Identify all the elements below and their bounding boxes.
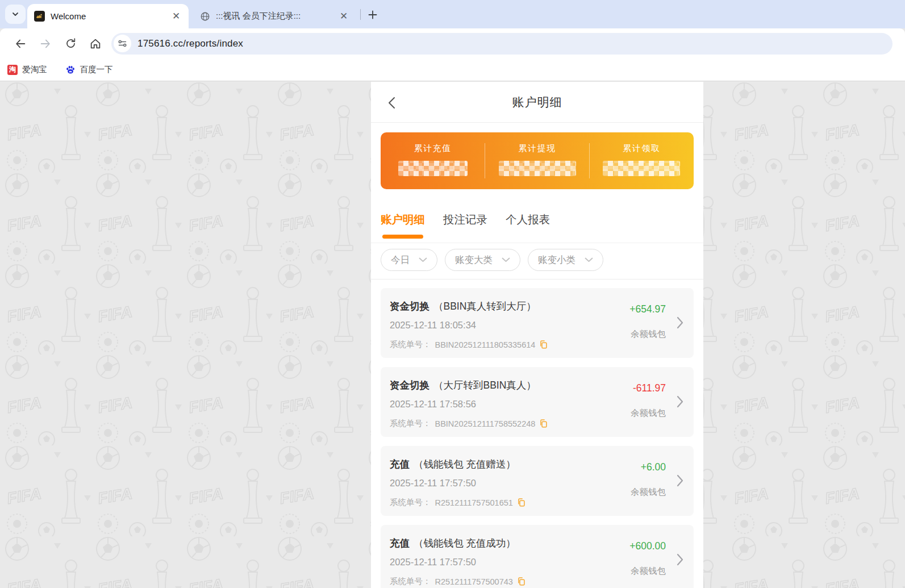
record-title: 充值（钱能钱包 充值赠送）: [390, 457, 516, 471]
chevron-right-icon: [677, 316, 683, 329]
record-datetime: 2025-12-11 17:58:56: [390, 399, 476, 410]
order-number: R2512111757500743: [435, 577, 513, 586]
record-amount: -611.97: [633, 382, 666, 394]
bookmark-label: 百度一下: [80, 64, 113, 75]
record-datetime: 2025-12-11 17:57:50: [390, 557, 476, 568]
order-label: 系统单号：: [390, 497, 431, 508]
filter-label: 今日: [391, 254, 410, 266]
tab-bet-records[interactable]: 投注记录: [443, 199, 487, 243]
page-title: 账户明细: [512, 94, 562, 110]
taobao-icon: 淘: [7, 65, 18, 75]
tab-title: Welcome: [51, 11, 165, 21]
summary-label: 累计充值: [414, 143, 452, 154]
page-viewport: FIFA 账户明细 累计充值 累计提现 累计领取: [0, 82, 905, 588]
divider: [589, 143, 590, 178]
chevron-right-icon: [677, 395, 683, 408]
record-order-row: 系统单号：R2512111757501651: [390, 497, 526, 508]
record-wallet: 余额钱包: [631, 565, 666, 577]
tab-personal-report[interactable]: 个人报表: [506, 199, 550, 243]
record-type: 充值: [390, 537, 410, 549]
order-label: 系统单号：: [390, 339, 431, 350]
filter-label: 账变大类: [455, 254, 493, 266]
filter-minor-category[interactable]: 账变小类: [528, 249, 603, 271]
chevron-right-icon: [677, 474, 683, 487]
filter-label: 账变小类: [538, 254, 575, 266]
copy-icon[interactable]: [539, 419, 548, 428]
record-amount: +6.00: [641, 461, 666, 473]
order-label: 系统单号：: [390, 576, 431, 587]
summary-total-deposit: 累计充值: [381, 132, 485, 189]
record-order-row: 系统单号：BBIN202512111805335614: [390, 339, 548, 350]
record-item[interactable]: 充值（钱能钱包 充值成功） 2025-12-11 17:57:50 系统单号：R…: [381, 525, 694, 588]
baidu-paw-icon: [65, 65, 76, 75]
tab-welcome[interactable]: Welcome ✕: [27, 4, 189, 28]
tab-search-button[interactable]: [5, 5, 26, 24]
record-item[interactable]: 充值（钱能钱包 充值赠送） 2025-12-11 17:57:50 系统单号：R…: [381, 446, 694, 516]
record-wallet: 余额钱包: [631, 328, 666, 340]
divider: [485, 143, 485, 178]
panel-header: 账户明细: [371, 82, 703, 123]
record-item[interactable]: 资金切换（BBIN真人转到大厅） 2025-12-11 18:05:34 系统单…: [381, 288, 694, 358]
tab-title: :::视讯 会员下注纪录:::: [216, 11, 332, 22]
record-subtitle: （BBIN真人转到大厅）: [433, 301, 536, 312]
reload-button[interactable]: [58, 32, 83, 55]
copy-icon[interactable]: [539, 340, 548, 349]
masked-value: [499, 161, 576, 176]
section-tabs: 账户明细 投注记录 个人报表: [371, 199, 703, 243]
summary-label: 累计提现: [519, 143, 556, 154]
url-bar[interactable]: 175616.cc/reports/index: [111, 33, 893, 55]
back-chevron-icon[interactable]: [388, 97, 399, 109]
record-type: 资金切换: [390, 380, 429, 391]
filter-date[interactable]: 今日: [381, 249, 437, 271]
bookmark-baidu[interactable]: 百度一下: [65, 64, 113, 75]
order-number: R2512111757501651: [435, 498, 513, 507]
copy-icon[interactable]: [517, 577, 526, 586]
chevron-down-icon: [11, 10, 20, 19]
globe-icon: [200, 11, 210, 22]
chevron-down-icon: [585, 257, 593, 262]
record-order-row: 系统单号：BBIN202512111758552248: [390, 418, 548, 429]
browser-toolbar: 175616.cc/reports/index: [0, 28, 905, 59]
record-subtitle: （大厅转到BBIN真人）: [433, 380, 536, 391]
masked-value: [398, 161, 468, 176]
new-tab-button[interactable]: [365, 7, 379, 22]
record-amount: +654.97: [629, 303, 666, 315]
site-settings-icon[interactable]: [114, 35, 131, 52]
record-type: 资金切换: [390, 301, 429, 312]
home-button[interactable]: [83, 32, 108, 55]
record-subtitle: （钱能钱包 充值赠送）: [414, 458, 516, 470]
bookmark-taobao[interactable]: 淘 爱淘宝: [7, 64, 47, 75]
summary-total-claimed: 累计领取: [589, 132, 694, 189]
tab-close-icon[interactable]: ✕: [170, 11, 182, 22]
site-favicon-gold-emblem: [34, 11, 45, 22]
browser-tab-strip: Welcome ✕ :::视讯 会员下注纪录::: ✕: [0, 0, 905, 28]
summary-total-withdraw: 累计提现: [485, 132, 590, 189]
tab-betting-records[interactable]: :::视讯 会员下注纪录::: ✕: [193, 4, 356, 28]
forward-button[interactable]: [33, 32, 58, 55]
record-item[interactable]: 资金切换（大厅转到BBIN真人） 2025-12-11 17:58:56 系统单…: [381, 367, 694, 437]
summary-label: 累计领取: [623, 143, 660, 154]
account-detail-panel: 账户明细 累计充值 累计提现 累计领取 账户明细 投注记录 个人报表: [371, 82, 703, 588]
record-title: 资金切换（大厅转到BBIN真人）: [390, 378, 536, 392]
record-title: 充值（钱能钱包 充值成功）: [390, 536, 516, 550]
order-label: 系统单号：: [390, 418, 431, 429]
bookmark-label: 爱淘宝: [22, 64, 47, 75]
record-amount: +600.00: [629, 540, 666, 552]
filter-row: 今日 账变大类 账变小类: [371, 243, 703, 280]
record-wallet: 余额钱包: [631, 486, 666, 498]
bookmarks-bar: 淘 爱淘宝 百度一下: [0, 59, 905, 81]
order-number: BBIN202512111805335614: [435, 340, 536, 349]
back-button[interactable]: [8, 32, 33, 55]
tab-close-icon[interactable]: ✕: [338, 11, 349, 22]
record-order-row: 系统单号：R2512111757500743: [390, 576, 526, 587]
record-subtitle: （钱能钱包 充值成功）: [414, 537, 516, 549]
record-type: 充值: [390, 458, 410, 470]
filter-major-category[interactable]: 账变大类: [445, 249, 520, 271]
tab-account-detail[interactable]: 账户明细: [381, 199, 425, 243]
copy-icon[interactable]: [517, 498, 526, 507]
masked-value: [603, 161, 680, 176]
summary-card: 累计充值 累计提现 累计领取: [381, 132, 694, 189]
url-text: 175616.cc/reports/index: [137, 38, 243, 49]
chevron-down-icon: [419, 257, 427, 262]
chevron-right-icon: [677, 553, 683, 566]
